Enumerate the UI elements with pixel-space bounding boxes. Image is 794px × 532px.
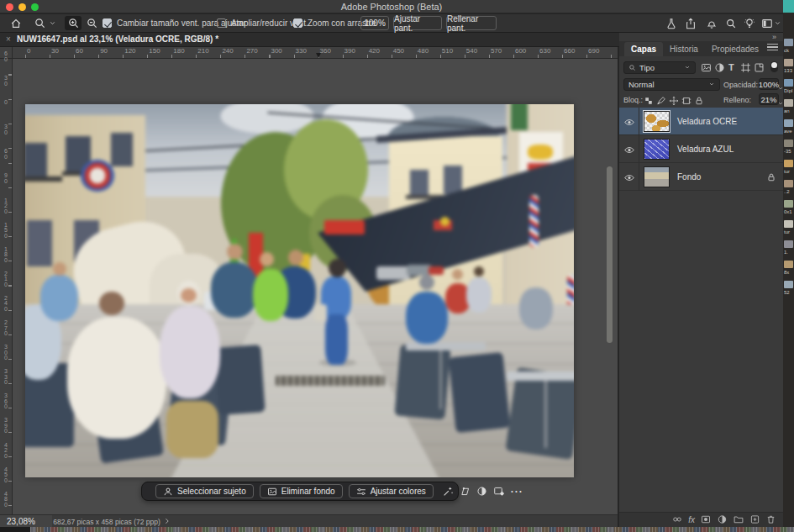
workspace-chevron-icon[interactable] [773,16,781,30]
filter-smartobject-icon[interactable] [754,61,765,76]
checkbox-resize-window[interactable] [103,18,112,28]
filter-type-icon[interactable]: T [728,62,734,72]
layer-name[interactable]: Veladura OCRE [677,117,737,126]
opacity-value[interactable]: 100% [759,78,779,90]
desktop-text-fragment: 52 [784,290,794,296]
ruler-tick-label: 30 [0,122,13,146]
layer-name[interactable]: Fondo [677,172,701,182]
new-group-icon[interactable] [733,513,744,528]
tab-capas[interactable]: Capas [624,42,663,56]
desktop-thumbnail [784,140,793,147]
delete-layer-icon[interactable] [765,513,776,528]
checkbox-zoom-windows[interactable] [217,18,226,28]
fill-value[interactable]: 21% [759,93,779,105]
filter-adjustment-icon[interactable] [714,61,725,76]
desktop-edge-strip: ck 133 Dipl an ave -35 tur ..2 0x1 tur 1 [783,0,794,532]
document-tab-bar: × NUW16647.psd al 23,1% (Veladura OCRE, … [0,33,619,47]
layer-thumbnail[interactable] [644,111,670,132]
link-layers-icon[interactable] [671,513,683,528]
home-icon[interactable] [8,16,24,30]
checkbox-scrubby-zoom[interactable] [293,18,302,28]
ruler-tick-label: 30 [50,47,74,58]
tab-propiedades[interactable]: Propiedades [705,42,765,56]
desktop-text-fragment: 1. [784,250,794,255]
photoshop-window: Adobe Photoshop (Beta) Cambiar tamaño ve… [0,0,794,532]
layers-list: Veladura OCRE Veladura AZUL Fondo [619,108,783,191]
document-tab-title[interactable]: NUW16647.psd al 23,1% (Veladura OCRE, RG… [17,34,218,44]
ruler-tick-label: 30 [0,73,13,97]
ruler-tick-label: 600 [513,47,538,58]
blend-mode-select[interactable]: Normal [623,78,720,91]
share-icon[interactable] [683,16,698,30]
image-icon [267,487,277,497]
fit-screen-button[interactable]: Ajustar pant. [393,16,442,30]
magic-wand-icon[interactable] [443,486,454,497]
select-subject-button[interactable]: Seleccionar sujeto [155,484,254,498]
person-icon [163,487,173,497]
desktop-text-fragment: ck [784,48,794,54]
status-chevron-icon[interactable] [163,517,171,527]
desktop-thumbnail [784,160,793,167]
zoom-tool-chevron-icon[interactable] [48,16,56,30]
discover-bulb-icon[interactable] [742,16,757,30]
panel-menu-icon[interactable] [767,44,778,52]
fill-screen-button[interactable]: Rellenar pant. [446,16,497,30]
desktop-text-fragment: 8x [784,270,794,276]
canvas-image[interactable] [25,104,574,477]
zoom-out-button[interactable] [83,16,100,30]
adjust-colors-button[interactable]: Ajustar colores [349,484,434,498]
remove-background-label: Eliminar fondo [281,487,335,496]
layer-filter-select[interactable]: Tipo [623,61,696,74]
desktop-thumbnail [784,180,793,187]
visibility-eye-icon[interactable] [623,116,635,131]
ruler-tick-label: 330 [294,47,318,58]
notifications-bell-icon[interactable] [704,16,719,30]
filter-pixel-icon[interactable] [701,61,712,76]
more-options-icon[interactable]: ··· [511,486,523,498]
ruler-tick-label: 570 [489,47,513,58]
desktop-bottom-strip [0,527,794,532]
zoom-in-button[interactable] [65,16,82,30]
vertical-scrollbar-thumb[interactable] [607,166,613,343]
adjustment-layer-icon[interactable] [717,513,728,528]
zoom-tool-icon[interactable] [32,16,47,30]
ruler-tick-label: 450 [392,47,416,58]
beta-flask-icon[interactable] [664,16,679,30]
ruler-tick-label: 390 [0,415,13,440]
layer-name[interactable]: Veladura AZUL [677,145,734,154]
layer-row-veladura-azul[interactable]: Veladura AZUL [619,135,783,163]
layer-thumbnail[interactable] [644,166,670,187]
remove-background-button[interactable]: Eliminar fondo [260,484,343,498]
add-mask-icon[interactable] [700,513,712,528]
collapse-panels-icon[interactable]: » [772,33,776,41]
ruler-tick-label: 480 [416,47,440,58]
layer-thumbnail[interactable] [644,139,670,160]
new-layer-icon[interactable] [749,513,760,528]
status-bar: 23,08% 682,67 picas x 458 picas (72 ppp) [0,514,618,527]
search-icon[interactable] [723,16,739,30]
ruler-tick-label: 120 [123,47,147,58]
layer-row-fondo[interactable]: Fondo [619,163,783,191]
ruler-tick-label: 420 [367,47,392,58]
ruler-tick-label: 60 [0,49,13,73]
photo-paint [25,104,574,477]
visibility-eye-icon[interactable] [623,171,635,187]
tab-historia[interactable]: Historia [663,42,705,56]
layer-row-veladura-ocre[interactable]: Veladura OCRE [619,108,783,135]
ruler-tick-label: 480 [0,489,13,514]
tab-close-icon[interactable]: × [6,34,11,44]
filter-toggle-icon[interactable] [770,61,778,72]
desktop-thumbnail [784,261,793,268]
visibility-eye-icon[interactable] [623,144,635,159]
status-zoom-field[interactable]: 23,08% [0,515,52,528]
layer-style-fx-icon[interactable]: fx [688,515,695,524]
options-bar: Cambiar tamaño vent. para ajustar Amplia… [0,14,783,33]
modify-image-icon[interactable] [493,486,505,497]
adjustment-icon[interactable] [476,486,487,497]
ruler-tick-label: 240 [220,47,245,58]
pasteboard[interactable] [13,59,618,514]
zoom-percent-field[interactable]: 100% [360,16,389,30]
desktop-thumbnail [784,79,793,87]
filter-shape-icon[interactable] [740,61,751,76]
transform-icon[interactable] [460,486,471,497]
